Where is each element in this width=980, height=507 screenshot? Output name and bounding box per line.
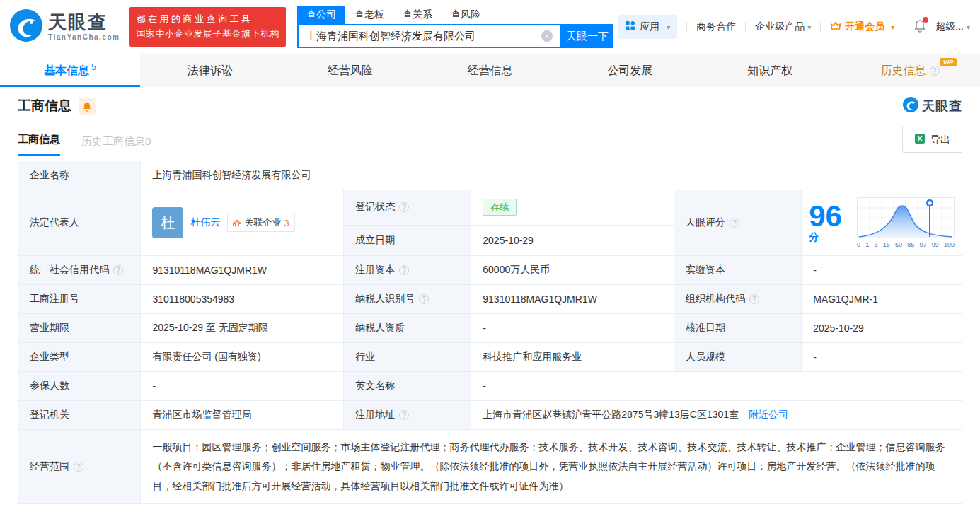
field-label: 企业名称 xyxy=(18,161,141,190)
tab-operating-info[interactable]: 经营信息 xyxy=(420,54,560,87)
tianyancha-swirl-icon xyxy=(10,9,42,45)
section-title: 工商信息 xyxy=(18,97,71,115)
field-value: 91310118MAG1QJMR1W xyxy=(471,285,674,314)
tianyancha-logo[interactable]: 天眼查 TianYanCha.com xyxy=(10,9,120,45)
field-label: 纳税人识别号 xyxy=(344,285,471,314)
field-value: 青浦区市场监督管理局 xyxy=(141,401,344,430)
score-distribution-chart: 0131550859799100 xyxy=(857,197,955,248)
promo-banner: 都在用的商业查询工具 国家中小企业发展子基金旗下机构 xyxy=(129,7,286,47)
watermark-text: 天眼查 xyxy=(922,98,962,115)
tab-intellectual-property[interactable]: 知识产权 xyxy=(700,54,840,87)
clear-search-icon[interactable] xyxy=(541,30,553,42)
help-icon[interactable] xyxy=(399,410,409,420)
search-input-value: 上海青浦国科创智经济发展有限公司 xyxy=(306,30,541,43)
search-tabs: 查公司 查老板 查关系 查风险 xyxy=(297,6,613,24)
export-button[interactable]: 导出 xyxy=(902,127,962,153)
subtab-business-info[interactable]: 工商信息 xyxy=(18,133,60,156)
field-value: 上海市青浦区赵巷镇沪青平公路2875号3幢13层C区1301室 附近公司 xyxy=(471,401,962,430)
field-label: 登记机关 xyxy=(18,401,141,430)
help-icon[interactable] xyxy=(113,265,123,275)
search-tab-relation[interactable]: 查关系 xyxy=(393,6,442,24)
field-value: - xyxy=(471,372,962,401)
field-label: 英文名称 xyxy=(344,372,471,401)
user-account-menu[interactable]: 超级... xyxy=(935,21,970,33)
legal-rep-link[interactable]: 杜伟云 xyxy=(190,216,220,229)
field-label: 实缴资本 xyxy=(674,256,802,285)
field-label: 营业期限 xyxy=(18,314,141,343)
promo-line2: 国家中小企业发展子基金旗下机构 xyxy=(136,27,279,42)
field-label: 经营范围 xyxy=(18,430,141,504)
help-icon[interactable] xyxy=(749,294,759,304)
tab-history-info[interactable]: VIP 历史信息 xyxy=(840,54,980,87)
legal-rep-avatar[interactable]: 杜 xyxy=(152,207,183,238)
subtab-history-business-info[interactable]: 历史工商信息0 xyxy=(81,135,151,156)
field-value: 2025-10-29 xyxy=(471,225,674,255)
field-label: 工商注册号 xyxy=(18,285,141,314)
search-tab-risk[interactable]: 查风险 xyxy=(442,6,490,24)
top-header: 天眼查 TianYanCha.com 都在用的商业查询工具 国家中小企业发展子基… xyxy=(0,0,980,54)
tab-basic-info[interactable]: 基本信息5 xyxy=(0,54,140,87)
tianyancha-watermark: 天眼查 xyxy=(903,97,962,115)
field-value: 有限责任公司 (国有独资) xyxy=(141,343,344,372)
field-label: 天眼评分 xyxy=(674,190,802,256)
field-value: 科技推广和应用服务业 xyxy=(471,343,674,372)
search-module: 查公司 查老板 查关系 查风险 上海青浦国科创智经济发展有限公司 天眼一下 xyxy=(297,6,613,48)
tab-legal-proceedings[interactable]: 法律诉讼 xyxy=(140,54,280,87)
field-value: 310118005354983 xyxy=(141,285,344,314)
tianyancha-swirl-icon xyxy=(903,97,918,115)
table-row: 登记机关 青浦区市场监督管理局 注册地址 上海市青浦区赵巷镇沪青平公路2875号… xyxy=(18,401,962,430)
business-info-section: 工商信息 天眼查 工商信息 历史工商信息0 导出 企业名称 上海青浦国科创智经济… xyxy=(0,87,980,504)
field-value: MAG1QJMR-1 xyxy=(802,285,962,314)
tab-operating-risk[interactable]: 经营风险 xyxy=(280,54,420,87)
field-label: 参保人数 xyxy=(18,372,141,401)
table-row: 统一社会信用代码 91310118MAG1QJMR1W 注册资本 60000万人… xyxy=(18,256,962,285)
search-input[interactable]: 上海青浦国科创智经济发展有限公司 xyxy=(297,24,561,48)
open-vip-button[interactable]: 开通会员 xyxy=(830,21,894,33)
field-label: 人员规模 xyxy=(674,343,802,372)
search-button[interactable]: 天眼一下 xyxy=(561,24,613,48)
promo-line1: 都在用的商业查询工具 xyxy=(136,12,279,27)
table-row: 企业名称 上海青浦国科创智经济发展有限公司 xyxy=(18,161,962,190)
field-label: 行业 xyxy=(344,343,471,372)
company-name-value: 上海青浦国科创智经济发展有限公司 xyxy=(141,161,962,190)
notification-dot xyxy=(923,17,928,23)
apps-grid-icon xyxy=(625,21,635,33)
field-value: 2025-10-29 xyxy=(802,314,962,343)
field-label: 注册资本 xyxy=(344,256,471,285)
nav-enterprise-products[interactable]: 企业级产品 xyxy=(755,21,811,33)
apps-menu[interactable]: 应用 xyxy=(618,15,677,39)
help-icon[interactable] xyxy=(74,462,83,472)
field-label: 核准日期 xyxy=(674,314,802,343)
help-icon[interactable] xyxy=(930,66,940,76)
nearby-companies-link[interactable]: 附近公司 xyxy=(749,409,788,420)
field-value: 91310118MAG1QJMR1W xyxy=(141,256,344,285)
search-tab-boss[interactable]: 查老板 xyxy=(345,6,393,24)
tab-company-development[interactable]: 公司发展 xyxy=(560,54,700,87)
field-label: 纳税人资质 xyxy=(344,314,471,343)
field-value: - xyxy=(802,256,962,285)
excel-icon xyxy=(914,133,926,146)
help-icon[interactable] xyxy=(730,218,739,228)
vip-badge: VIP xyxy=(940,58,957,66)
help-icon[interactable] xyxy=(419,294,429,304)
related-companies-badge[interactable]: 关联企业 3 xyxy=(227,214,294,232)
nav-business-coop[interactable]: 商务合作 xyxy=(696,21,736,33)
help-icon[interactable] xyxy=(399,265,409,275)
divider xyxy=(820,22,821,32)
field-label: 注册地址 xyxy=(344,401,471,430)
org-chart-icon xyxy=(233,218,241,228)
search-tab-company[interactable]: 查公司 xyxy=(297,6,345,24)
field-value: - xyxy=(471,314,674,343)
notifications-bell-icon[interactable] xyxy=(913,19,926,35)
divider xyxy=(686,22,687,32)
vip-label: 开通会员 xyxy=(845,21,884,33)
brand-name: 天眼查 xyxy=(48,13,120,31)
field-label: 统一社会信用代码 xyxy=(18,256,141,285)
score-unit: 分 xyxy=(809,231,819,243)
score-axis-ticks: 0131550859799100 xyxy=(857,241,955,248)
score-value: 96 xyxy=(809,199,842,233)
help-icon[interactable] xyxy=(399,202,409,212)
subscribe-bell-icon[interactable] xyxy=(79,98,96,115)
divider xyxy=(745,22,746,32)
table-row: 企业类型 有限责任公司 (国有独资) 行业 科技推广和应用服务业 人员规模 - xyxy=(18,343,962,372)
